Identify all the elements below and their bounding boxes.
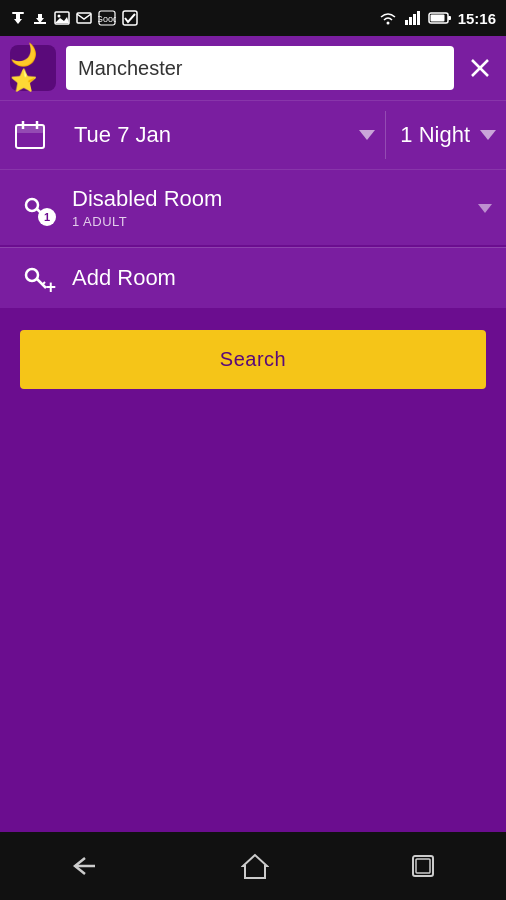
- email-icon: [76, 10, 92, 26]
- svg-rect-20: [448, 16, 451, 20]
- add-room-icon-area: +: [14, 264, 58, 292]
- svg-text:Good: Good: [98, 14, 116, 24]
- app-container: 🌙⭐ Tue 7 Jan 1 Night: [0, 36, 506, 832]
- date-label: Tue 7 Jan: [74, 122, 171, 148]
- plus-icon: +: [45, 278, 56, 296]
- status-icons-left: Good: [10, 10, 138, 26]
- app-logo: 🌙⭐: [10, 45, 56, 91]
- nights-chevron-icon: [480, 130, 496, 140]
- svg-rect-16: [413, 14, 416, 25]
- room-badge: 1: [38, 208, 56, 226]
- svg-rect-15: [409, 17, 412, 25]
- search-button-area: Search: [0, 308, 506, 411]
- calendar-icon: [14, 119, 46, 151]
- status-time: 15:16: [458, 10, 496, 27]
- signal-icon: [404, 10, 422, 26]
- room-arrow-icon: [472, 197, 492, 218]
- room-icon-area: 1: [14, 194, 58, 222]
- search-button[interactable]: Search: [20, 330, 486, 389]
- add-room-label: Add Room: [58, 265, 176, 291]
- svg-rect-36: [416, 859, 430, 873]
- svg-rect-9: [77, 13, 91, 23]
- home-button[interactable]: [221, 843, 289, 889]
- nights-label: 1 Night: [400, 122, 470, 148]
- nights-selector[interactable]: 1 Night: [386, 101, 506, 169]
- recents-button[interactable]: [391, 844, 455, 888]
- download-icon: [10, 10, 26, 26]
- recents-icon: [411, 854, 435, 878]
- room-row[interactable]: 1 Disabled Room 1 ADULT: [0, 169, 506, 245]
- svg-rect-14: [405, 20, 408, 25]
- battery-icon: [428, 11, 452, 25]
- wifi-icon: [378, 10, 398, 26]
- search-input-wrapper[interactable]: [66, 46, 454, 90]
- nav-bar: [0, 832, 506, 900]
- image-icon: [54, 10, 70, 26]
- date-row[interactable]: Tue 7 Jan 1 Night: [0, 100, 506, 169]
- svg-rect-17: [417, 11, 420, 25]
- room-info: Disabled Room 1 ADULT: [58, 186, 472, 229]
- date-chevron-icon: [359, 130, 375, 140]
- calendar-icon-area: [0, 101, 60, 169]
- status-icons-right: 15:16: [378, 10, 496, 27]
- svg-rect-24: [16, 125, 44, 133]
- date-selector[interactable]: Tue 7 Jan: [60, 101, 385, 169]
- search-input[interactable]: [78, 57, 442, 80]
- download2-icon: [32, 10, 48, 26]
- good-icon: Good: [98, 10, 116, 26]
- back-button[interactable]: [51, 844, 119, 888]
- svg-rect-0: [12, 12, 24, 14]
- close-button[interactable]: [464, 52, 496, 84]
- add-room-row[interactable]: + Add Room: [0, 247, 506, 308]
- close-icon: [468, 56, 492, 80]
- room-subtitle: 1 ADULT: [72, 214, 472, 229]
- svg-point-7: [58, 15, 61, 18]
- svg-marker-34: [243, 855, 267, 878]
- home-icon: [241, 853, 269, 879]
- logo-icon: 🌙⭐: [10, 42, 56, 94]
- search-header: 🌙⭐: [0, 36, 506, 100]
- status-bar: Good 15:16: [0, 0, 506, 36]
- svg-rect-19: [430, 15, 444, 22]
- room-title: Disabled Room: [72, 186, 472, 212]
- svg-point-13: [386, 22, 389, 25]
- svg-marker-8: [55, 17, 69, 23]
- checkbox-icon: [122, 10, 138, 26]
- svg-marker-2: [14, 19, 22, 24]
- back-icon: [71, 854, 99, 878]
